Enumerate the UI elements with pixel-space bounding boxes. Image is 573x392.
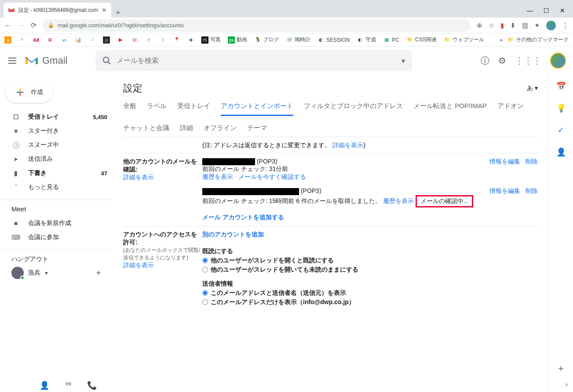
read-opt1-radio[interactable] bbox=[202, 258, 208, 263]
settings-tab[interactable]: フィルタとブロック中のアドレス bbox=[304, 102, 403, 116]
browser-tab[interactable]: 設定 - k09013956488@gmail.com ✕ bbox=[4, 3, 111, 18]
url-box[interactable]: 🔒 mail.google.com/mail/u/0/?ogbl#setting… bbox=[43, 19, 471, 32]
compose-button[interactable]: 作成 bbox=[5, 82, 53, 103]
bookmark-item[interactable]: M bbox=[131, 36, 138, 44]
settings-tab[interactable]: アカウントとインポート bbox=[221, 102, 293, 116]
acct2-delete-link[interactable]: 削除 bbox=[526, 187, 538, 207]
acct1-history-link[interactable]: 履歴を表示 bbox=[202, 173, 233, 180]
zoom-icon[interactable]: ⊕ bbox=[477, 22, 482, 29]
reply-detail-link[interactable]: 詳細を表示 bbox=[332, 142, 363, 149]
bookmark-item[interactable]: ◈ bbox=[187, 36, 194, 44]
settings-tab[interactable]: 受信トレイ bbox=[177, 102, 210, 116]
bookmark-item[interactable]: px動画 bbox=[228, 36, 247, 44]
bookmark-item[interactable]: a bbox=[103, 36, 110, 44]
bookmark-item[interactable]: 📍 bbox=[173, 36, 180, 44]
profile-avatar[interactable] bbox=[550, 53, 566, 69]
bookmark-item[interactable]: 📁ウェブツール bbox=[444, 36, 484, 44]
bookmark-item[interactable]: ▶ bbox=[117, 36, 124, 44]
settings-tab[interactable]: ラベル bbox=[147, 102, 167, 116]
settings-tab[interactable]: 詳細 bbox=[180, 124, 193, 137]
search-input[interactable] bbox=[117, 57, 396, 65]
bookmark-item[interactable]: ✓ bbox=[89, 36, 96, 44]
tab-close-icon[interactable]: ✕ bbox=[102, 7, 107, 14]
bookmark-item[interactable]: 🐧ブログ bbox=[254, 36, 279, 44]
tasks-icon[interactable]: ✓ bbox=[557, 126, 566, 134]
settings-tab[interactable]: オフライン bbox=[204, 124, 237, 137]
window-maximize[interactable]: ☐ bbox=[544, 7, 549, 14]
bookmark-item[interactable]: f bbox=[145, 36, 152, 44]
bookmark-item[interactable]: 〃 bbox=[18, 36, 26, 44]
settings-tab[interactable]: テーマ bbox=[247, 124, 267, 137]
reload-button[interactable]: ⟳ bbox=[31, 21, 36, 29]
settings-tab[interactable]: メール転送と POP/IMAP bbox=[413, 102, 487, 116]
help-icon[interactable]: ⓘ bbox=[481, 55, 489, 67]
hangouts-user[interactable]: 浩兵 ▾ + bbox=[11, 267, 101, 279]
input-method-button[interactable]: あ ▾ bbox=[527, 84, 538, 92]
hamburger-icon[interactable] bbox=[7, 55, 18, 66]
ext-icon-3[interactable]: ▥ bbox=[522, 22, 528, 29]
add-mail-account-link[interactable]: メール アカウントを追加する bbox=[202, 214, 284, 221]
other-accounts-learn-more[interactable]: 詳細を表示 bbox=[123, 174, 154, 181]
sender-opt2-radio[interactable] bbox=[202, 299, 208, 305]
forward-button[interactable]: → bbox=[18, 22, 25, 29]
window-close[interactable]: ✕ bbox=[560, 7, 565, 14]
meet-item[interactable]: ⌨会議に参加 bbox=[0, 230, 113, 244]
bookmark-item[interactable]: 📁CSS関連 bbox=[406, 36, 437, 44]
other-bookmarks[interactable]: 📁その他のブックマーク bbox=[507, 36, 569, 44]
window-minimize[interactable]: — bbox=[527, 7, 533, 14]
ext-icon-1[interactable]: ▮ bbox=[500, 22, 504, 29]
bookmark-item[interactable]: ▦PC bbox=[383, 36, 399, 44]
sender-opt1-radio[interactable] bbox=[202, 290, 208, 296]
acct1-edit-link[interactable]: 情報を編集 bbox=[489, 158, 520, 181]
back-button[interactable]: ← bbox=[4, 22, 11, 29]
acct2-history-link[interactable]: 履歴を表示 bbox=[383, 197, 414, 204]
bookmark-item[interactable]: ◐SESSION bbox=[318, 36, 350, 44]
keep-icon[interactable]: 💡 bbox=[557, 104, 566, 113]
bookmark-item[interactable]: ⓦ鳩時計 bbox=[286, 36, 310, 44]
hangouts-tab-icon[interactable]: ⁹⁹ bbox=[65, 381, 71, 390]
gmail-logo[interactable]: Gmail bbox=[25, 55, 67, 66]
grant-learn-more[interactable]: 詳細を表示 bbox=[123, 261, 154, 269]
contacts-icon[interactable]: 👤 bbox=[557, 148, 566, 156]
add-another-account-link[interactable]: 別のアカウントを追加 bbox=[202, 231, 264, 238]
settings-tab[interactable]: チャットと会議 bbox=[123, 124, 169, 137]
calendar-icon[interactable]: 📅 bbox=[557, 82, 566, 91]
star-icon[interactable]: ☆ bbox=[489, 22, 494, 29]
side-add-icon[interactable]: + bbox=[558, 363, 564, 374]
acct1-delete-link[interactable]: 削除 bbox=[526, 158, 538, 181]
new-tab-button[interactable]: + bbox=[111, 8, 125, 18]
ext-icon-2[interactable]: ⬇ bbox=[510, 22, 516, 29]
meet-item[interactable]: ■会議を新規作成 bbox=[0, 216, 113, 230]
sidebar-nav-item[interactable]: ★スター付き bbox=[0, 124, 113, 138]
bookmarks-overflow[interactable]: » bbox=[500, 37, 503, 43]
extensions-icon[interactable]: ✦ bbox=[534, 22, 540, 29]
search-box[interactable]: ▾ bbox=[95, 50, 412, 71]
menu-icon[interactable]: ⋮ bbox=[562, 22, 569, 29]
settings-tab[interactable]: アドオン bbox=[497, 102, 524, 116]
bookmark-item[interactable]: A8 bbox=[33, 36, 40, 44]
bookmark-item[interactable]: 📊 bbox=[75, 36, 82, 44]
sidebar-nav-item[interactable]: ˅もっと見る bbox=[0, 180, 113, 194]
search-options-icon[interactable]: ▾ bbox=[401, 57, 405, 65]
read-opt2-radio[interactable] bbox=[202, 267, 208, 272]
sidebar-nav-item[interactable]: ➤送信済み bbox=[0, 152, 113, 166]
bookmark-item[interactable]: ◐守成 bbox=[357, 36, 376, 44]
contacts-tab-icon[interactable]: 👤 bbox=[40, 381, 49, 390]
apps-grid-icon[interactable]: ⋮⋮⋮ bbox=[515, 55, 541, 66]
sidebar-nav-item[interactable]: ☐受信トレイ5,450 bbox=[0, 110, 113, 124]
sidebar-nav-item[interactable]: ▮下書き47 bbox=[0, 166, 113, 180]
bookmark-item[interactable]: a bbox=[4, 36, 11, 44]
acct1-checknow-link[interactable]: メールを今すぐ確認する bbox=[238, 173, 306, 180]
side-collapse-icon[interactable]: › bbox=[566, 381, 568, 388]
bookmark-item[interactable]: IS写真 bbox=[201, 36, 221, 44]
hangouts-add-button[interactable]: + bbox=[96, 268, 101, 278]
bookmark-item[interactable]: vı bbox=[61, 36, 68, 44]
sidebar-nav-item[interactable]: 🕒スヌーズ中 bbox=[0, 138, 113, 152]
bookmark-item[interactable]: R bbox=[47, 36, 54, 44]
phone-tab-icon[interactable]: 📞 bbox=[87, 381, 97, 390]
settings-tab[interactable]: 全般 bbox=[123, 102, 136, 116]
profile-avatar-small[interactable] bbox=[546, 21, 556, 30]
chevron-down-icon[interactable]: ▾ bbox=[45, 269, 48, 276]
settings-gear-icon[interactable]: ⚙ bbox=[498, 55, 506, 66]
acct2-edit-link[interactable]: 情報を編集 bbox=[489, 187, 520, 207]
